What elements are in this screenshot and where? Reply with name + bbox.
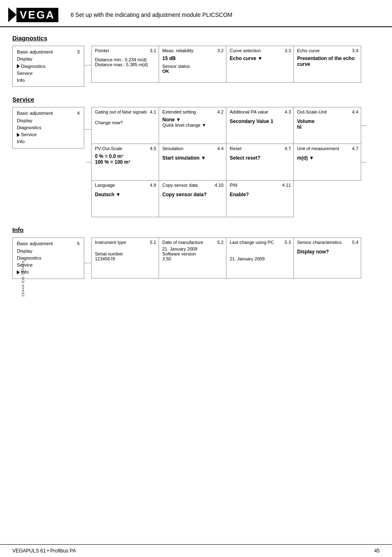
box-number-4-7a: 4.7 bbox=[285, 146, 291, 151]
svc-menu-item-diagnostics[interactable]: Diagnostics bbox=[17, 124, 80, 131]
box-label-3-4: Echo curve bbox=[297, 48, 357, 53]
box-label-5-3: Last change using PC bbox=[230, 240, 290, 245]
box-number-4-3: 4.3 bbox=[285, 109, 291, 114]
service-box-4-8: 4.8 Language Deutsch ▼ bbox=[91, 180, 159, 217]
service-box-4-7a: 4.7 Reset Select reset? bbox=[226, 144, 294, 181]
info-h-connector bbox=[84, 263, 92, 263]
diagnostics-title: Diagnostics bbox=[12, 35, 380, 42]
diagnostics-box-3-4: 3.4 Echo curve Presentation of the echo … bbox=[293, 46, 361, 83]
diagnostics-h-connector bbox=[84, 65, 92, 65]
service-box-4-4b: 4.4 Simulation Start simulation ▼ bbox=[159, 144, 226, 181]
info-menu-item-info[interactable]: Info bbox=[17, 269, 80, 276]
svc-menu-item-display[interactable]: Display bbox=[17, 117, 80, 124]
box-lines-4-5: 0 % = 0.0 m³ 100 % = 100 m³ bbox=[95, 153, 155, 165]
info-box-5-1: 5.1 Instrument type Serial number 123456… bbox=[91, 237, 159, 278]
box-lines-3-1: Distance min.: 0.234 m(d) Distance max.:… bbox=[95, 57, 155, 67]
right-line-4-4 bbox=[361, 125, 367, 126]
footer: VEGAPULS 61 • Profibus PA 45 bbox=[0, 544, 392, 557]
box-lines-4-4b: Start simulation ▼ bbox=[162, 155, 223, 161]
box-label-4-7b: Unit of measurement bbox=[297, 146, 357, 151]
info-menu-item-service[interactable]: Service bbox=[17, 262, 80, 269]
box-lines-4-8: Deutsch ▼ bbox=[95, 192, 155, 197]
arrow-icon bbox=[17, 64, 20, 68]
box-label-5-4: Sensor characteristics bbox=[297, 240, 357, 245]
footer-right: 45 bbox=[374, 548, 380, 554]
info-box-5-4: 5.4 Sensor characteristics Display now? bbox=[293, 237, 361, 278]
box-label-4-1: Gating out of false signals bbox=[95, 109, 155, 114]
service-box-4-4: 4.4 Out-Scale-Unit Volume hl bbox=[293, 107, 361, 144]
box-number-4-8: 4.8 bbox=[150, 183, 156, 188]
box-label-4-4: Out-Scale-Unit bbox=[297, 109, 357, 114]
box-label-5-1: Instrument type bbox=[95, 240, 155, 245]
diagnostics-box-3-3: 3.3 Curve selection Echo curve ▼ bbox=[226, 46, 294, 83]
box-number-5-2: 5.2 bbox=[217, 240, 224, 245]
menu-item-diagnostics[interactable]: Diagnostics bbox=[17, 63, 80, 70]
service-layout: 4 Basic adjustment Display Diagnostics S… bbox=[12, 107, 380, 217]
svc-menu-item-service[interactable]: Service bbox=[17, 131, 80, 138]
service-row-1: 4.1 Gating out of false signals Change n… bbox=[92, 107, 361, 144]
box-number-4-2: 4.2 bbox=[217, 109, 224, 114]
diagnostics-layout: 3 Basic adjustment Display Diagnostics S… bbox=[12, 46, 380, 87]
info-box-5-2: 5.2 Date of manufacture 21. January 2009… bbox=[159, 237, 226, 278]
box-lines-4-4: Volume hl bbox=[297, 118, 357, 130]
box-number-4-7b: 4.7 bbox=[352, 146, 358, 151]
box-lines-5-1: Serial number 12345678 bbox=[95, 251, 155, 261]
header-title: 6 Set up with the indicating and adjustm… bbox=[71, 12, 233, 18]
diagnostics-boxes-row: 3.1 Pointer Distance min.: 0.234 m(d) Di… bbox=[92, 46, 361, 83]
menu-item-basic[interactable]: Basic adjustment bbox=[17, 49, 77, 56]
service-box-empty bbox=[293, 180, 361, 217]
box-label-4-8: Language bbox=[95, 183, 155, 188]
box-number-4-10: 4.10 bbox=[215, 183, 224, 188]
box-label-4-7a: Reset bbox=[230, 146, 290, 151]
diagnostics-box-3-2: 3.2 Meas. reliability 15 dB Sensor statu… bbox=[159, 46, 226, 83]
box-number-4-1: 4.1 bbox=[150, 109, 156, 114]
box-label-4-2: Extended setting bbox=[162, 109, 223, 114]
diagnostics-menu: 3 Basic adjustment Display Diagnostics S… bbox=[12, 46, 84, 87]
box-number-3-1: 3.1 bbox=[150, 48, 156, 53]
box-lines-4-11: Enable? bbox=[230, 192, 290, 197]
svc-menu-item-basic[interactable]: Basic adjustment bbox=[17, 110, 77, 117]
service-row-3: 4.8 Language Deutsch ▼ 4.10 Copy sensor … bbox=[92, 180, 361, 217]
service-boxes-grid: 4.1 Gating out of false signals Change n… bbox=[92, 107, 361, 217]
box-number-3-4: 3.4 bbox=[352, 48, 358, 53]
logo-text: VEGA bbox=[16, 8, 58, 22]
svc-arrow-icon bbox=[17, 133, 20, 137]
box-lines-5-4: Display now? bbox=[297, 249, 357, 255]
menu-item-info[interactable]: Info bbox=[17, 77, 80, 84]
box-value-3-3: Echo curve ▼ bbox=[230, 56, 290, 61]
diagnostics-section: Diagnostics 3 Basic adjustment Display D… bbox=[12, 35, 380, 87]
logo: VEGA bbox=[8, 7, 58, 22]
service-box-4-7b: 4.7 Unit of measurement m(d) ▼ bbox=[293, 144, 361, 181]
box-label-4-5: PV-Out-Scale bbox=[95, 146, 155, 151]
header: VEGA 6 Set up with the indicating and ad… bbox=[0, 0, 392, 27]
box-number-4-5: 4.5 bbox=[150, 146, 156, 151]
svc-menu-item-info[interactable]: Info bbox=[17, 138, 80, 145]
box-lines-5-2: 21. January 2009 Software version 3.50 bbox=[162, 246, 223, 261]
service-section: Service 4 Basic adjustment Display Diagn… bbox=[12, 96, 380, 217]
service-box-4-3: 4.3 Additional PA value Secondary Value … bbox=[226, 107, 294, 144]
service-menu-number: 4 bbox=[77, 110, 80, 117]
service-menu: 4 Basic adjustment Display Diagnostics S… bbox=[12, 107, 84, 148]
service-h-connector bbox=[84, 129, 92, 130]
info-menu-item-basic[interactable]: Basic adjustment bbox=[17, 240, 77, 247]
menu-item-service[interactable]: Service bbox=[17, 70, 80, 77]
box-number-4-4b: 4.4 bbox=[217, 146, 224, 151]
box-number-4-4: 4.4 bbox=[352, 109, 358, 114]
info-section: Info 5 Basic adjustment Display Diagnost… bbox=[12, 226, 380, 278]
box-lines-4-7b: m(d) ▼ bbox=[297, 155, 357, 161]
menu-item-display[interactable]: Display bbox=[17, 56, 80, 63]
box-lines-4-1: Change now? bbox=[95, 120, 155, 125]
diagnostics-menu-number: 3 bbox=[77, 49, 80, 56]
info-menu-number: 5 bbox=[77, 240, 80, 247]
box-value-3-4: Presentation of the echo curve bbox=[297, 56, 357, 67]
side-label: 28444-EN-100426 bbox=[21, 260, 25, 297]
service-title: Service bbox=[12, 96, 380, 103]
info-menu-item-diagnostics[interactable]: Diagnostics bbox=[17, 255, 80, 262]
box-number-3-3: 3.3 bbox=[285, 48, 291, 53]
box-number-4-11: 4.11 bbox=[282, 183, 291, 188]
right-line-4-7b bbox=[361, 162, 367, 162]
box-number-3-2: 3.2 bbox=[217, 48, 224, 53]
box-lines-4-7a: Select reset? bbox=[230, 155, 290, 161]
info-menu-item-display[interactable]: Display bbox=[17, 248, 80, 255]
box-number-5-3: 5.3 bbox=[285, 240, 291, 245]
